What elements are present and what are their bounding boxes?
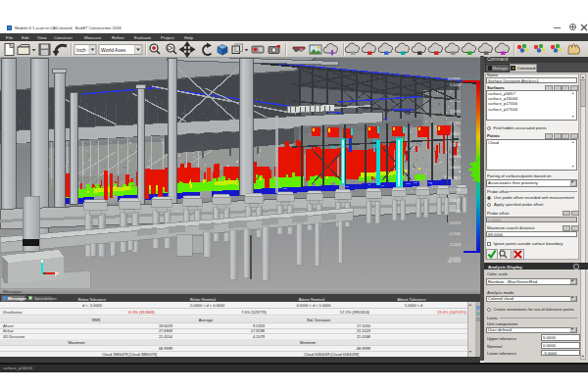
svg-text:-3.9370: -3.9370 [449, 221, 461, 225]
svg-text:World Axes: World Axes [101, 47, 126, 53]
svg-text:0.7874: 0.7874 [450, 155, 461, 159]
svg-text:-68.9999: -68.9999 [447, 260, 461, 264]
svg-text:3.9370: 3.9370 [450, 110, 461, 114]
svg-text:-3.1496: -3.1496 [449, 210, 461, 214]
svg-text:68.9999: 68.9999 [448, 77, 461, 81]
svg-text:Cloud3d: Cloud3d [330, 145, 344, 149]
svg-text:1.5748: 1.5748 [450, 143, 461, 147]
svg-text:3.1496: 3.1496 [450, 122, 461, 125]
svg-text:4.7244: 4.7244 [450, 99, 461, 103]
svg-text:6.0000: 6.0000 [450, 83, 461, 87]
svg-text:-0.7874: -0.7874 [449, 176, 461, 180]
svg-text:-4.7244: -4.7244 [449, 232, 461, 236]
svg-text:0.0000: 0.0000 [450, 166, 461, 170]
svg-text:-2.3622: -2.3622 [449, 199, 461, 203]
svg-text:-5.5118: -5.5118 [449, 243, 461, 247]
svg-text:Inch: Inch [76, 47, 86, 53]
svg-text:2.3622: 2.3622 [450, 132, 461, 136]
svg-text:-1.5748: -1.5748 [449, 188, 461, 192]
